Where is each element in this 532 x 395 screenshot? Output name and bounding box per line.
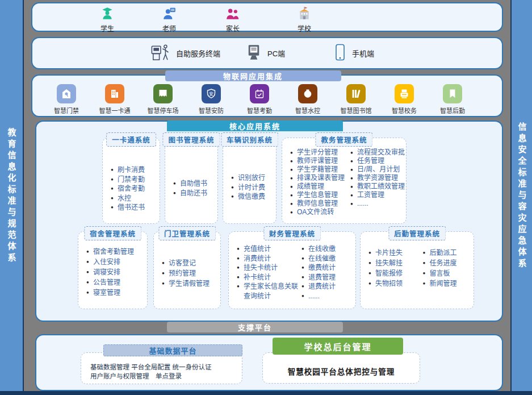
school-icon (297, 6, 312, 23)
terminal-label: 手机端 (352, 48, 374, 59)
iot-label: 智慧后勤 (440, 106, 465, 115)
feature-list: 刷卡消费 门禁考勤 宿舍考勤 水控 借书还书 (103, 165, 160, 213)
user-item-student: 学生 (89, 6, 125, 30)
basic-data-platform-title: 基础数据平台 (103, 344, 242, 356)
feature-item: 补卡统计 (237, 273, 300, 282)
feature-item: 教学资源管理 (350, 174, 406, 182)
security-shield-icon: 安 (202, 84, 221, 103)
box-title: 图书管理系统 (162, 132, 220, 147)
iot-label: 智慧安防 (199, 106, 224, 115)
iot-item-affairs: 智慧校务 (391, 84, 418, 115)
feature-item: 学生评分管理 (290, 148, 348, 157)
feature-item: OA文件流转 (290, 208, 348, 217)
basic-platform-line: 用户账户与权限管理 单点登录 (90, 372, 242, 381)
system-box-vehicle: 车辆识别系统 识别放行 计时计费 微信缴费 (223, 138, 277, 224)
feature-item: 后勤派工 (423, 248, 474, 258)
feature-item: 宿舍考勤管理 (86, 247, 145, 257)
bottom-divider (0, 391, 532, 395)
support-band-title: 支撑平台 (167, 322, 343, 332)
system-box-onecard: 一卡通系统 刷卡消费 门禁考勤 宿舍考勤 水控 借书还书 (102, 138, 160, 224)
system-box-gate: 门卫管理系统 访客登记 预约管理 学生请假管理 (153, 231, 221, 309)
teacher-icon (162, 6, 177, 23)
iot-label: 智慧停车场 (148, 106, 179, 115)
feature-item: 任务进度 (423, 258, 474, 268)
box-title: 宿舍管理系统 (84, 226, 141, 240)
box-title: 教务管理系统 (315, 132, 372, 147)
feature-list: 学生评分管理 教师评课管理 学生学籍管理 排课及课表管理 成绩管理 学生信息管理… (282, 148, 348, 217)
feature-item: 成绩管理 (290, 182, 348, 191)
iot-item-access: 智慧门禁 (53, 84, 80, 115)
feature-item: 退费管理 (301, 273, 355, 282)
feature-item: 新闻管理 (423, 278, 474, 289)
iot-item-onecard: 智慧一卡通 (101, 84, 128, 115)
box-title: 车辆识别系统 (221, 132, 278, 147)
attendance-calendar-icon (250, 84, 269, 103)
feature-item: 学生家长信息关联查询统计 (237, 282, 300, 301)
system-box-finance: 财务管理系统 充值统计 消费统计 挂失卡统计 补卡统计 学生家长信息关联查询统计… (228, 231, 356, 309)
right-pillar-label: 信息安全标准与容灾应急体系 (516, 122, 528, 270)
feature-item: ...... (350, 199, 406, 208)
system-box-library: 图书管理系统 自助借书 自助还书 (165, 138, 218, 224)
user-item-teacher: 老师 (151, 6, 187, 30)
pc-icon (245, 44, 262, 63)
feature-item: 卡片挂失 (368, 248, 421, 258)
feature-item: 教师信息管理 (290, 199, 348, 208)
phone-icon (333, 43, 347, 64)
basic-platform-features: 基础数据管理 平台全局配置 统一身份认证 用户账户与权限管理 单点登录 (81, 353, 242, 381)
feature-item: 识别放行 (231, 173, 274, 183)
terminal-item-mobile: 手机端 (333, 38, 374, 68)
feature-item: 任务管理 (350, 157, 406, 165)
smart-campus-architecture-diagram: 教育信息化标准与规范体系 信息安全标准与容灾应急体系 学生 老师 家长 (0, 0, 532, 395)
school-backend-content: 智慧校园平台总体把控与管理 (263, 353, 420, 377)
feature-item: 留言板 (423, 268, 474, 278)
feature-item: 在线收缴 (301, 244, 355, 254)
box-title: 后勤管理系统 (388, 226, 446, 240)
terminal-label: 自助服务终端 (176, 48, 220, 59)
user-label: 老师 (162, 23, 176, 33)
feature-item: 自助借书 (173, 179, 215, 189)
feature-item: 充值统计 (237, 244, 300, 254)
feature-item: 门禁考勤 (111, 175, 157, 185)
iot-item-water: 智慧水控 (294, 84, 321, 115)
parking-icon (153, 84, 173, 103)
feature-item: 计时计费 (231, 183, 274, 193)
feature-item: 教师评课管理 (290, 157, 348, 165)
access-control-icon (57, 84, 76, 103)
feature-item: 退费统计 (301, 282, 355, 292)
user-item-school: 学校 (286, 6, 322, 30)
school-backend-box: 智慧校园平台总体把控与管理 (262, 352, 420, 384)
iot-label: 智慧图书馆 (341, 106, 372, 115)
feature-list: 识别放行 计时计费 微信缴费 (223, 173, 276, 202)
feature-item: 学生请假管理 (162, 278, 218, 289)
feature-item: 工资管理 (350, 191, 406, 199)
svg-text:安: 安 (209, 91, 213, 97)
basic-data-platform-box: 基础数据管理 平台全局配置 统一身份认证 用户账户与权限管理 单点登录 (81, 352, 242, 384)
user-label: 学生 (100, 23, 114, 33)
terminals-band: 自助服务终端 PC端 手机端 (31, 37, 503, 69)
feature-item: 排课及课表管理 (290, 174, 348, 182)
student-icon (100, 6, 115, 23)
feature-item: 学生学籍管理 (290, 165, 348, 174)
iot-item-logistics: 智慧后勤 (439, 84, 466, 115)
bookmark-icon (443, 84, 462, 103)
box-title: 门卫管理系统 (158, 226, 216, 240)
user-item-parent: 家长 (215, 6, 251, 30)
feature-item: 访客登记 (162, 258, 218, 268)
feature-item: 宿舍考勤 (111, 184, 157, 194)
feature-item: 自助还书 (173, 189, 215, 198)
feature-item: 入住安排 (86, 257, 145, 267)
feature-list: 充值统计 消费统计 挂失卡统计 补卡统计 学生家长信息关联查询统计 (229, 244, 300, 301)
feature-item: 调寝安排 (86, 267, 145, 277)
feature-list: 宿舍考勤管理 入住安排 调寝安排 公告管理 寝室管理 (78, 247, 147, 298)
core-apps-band: 核心应用系统 一卡通系统 刷卡消费 门禁考勤 宿舍考勤 水控 借书还书 图书管理… (35, 120, 503, 322)
feature-item: 智能报修 (368, 268, 421, 278)
terminal-label: PC端 (267, 48, 285, 59)
iot-item-attendance: 智慧考勤 (246, 84, 273, 115)
kiosk-icon (150, 43, 171, 64)
feature-item: 教职工绩效管理 (350, 182, 406, 191)
iot-tile-row: 智慧门禁 智慧一卡通 智慧停车场 安 智慧安防 (53, 84, 466, 115)
box-title: 一卡通系统 (106, 132, 156, 147)
box-title: 财务管理系统 (263, 226, 321, 240)
system-box-dormitory: 宿舍管理系统 宿舍考勤管理 入住安排 调寝安排 公告管理 寝室管理 (78, 231, 148, 309)
feature-list: 在线收缴 在线催缴 缴费统计 退费管理 退费统计 ...... (300, 244, 355, 301)
